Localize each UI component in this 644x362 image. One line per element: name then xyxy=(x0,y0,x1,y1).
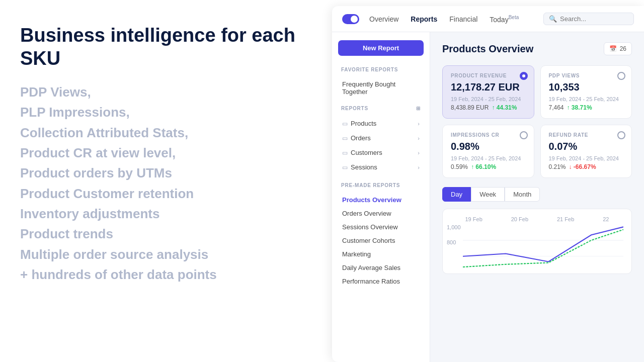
chart-area: 19 Feb20 Feb21 Feb22 1,000 800 xyxy=(442,209,632,274)
sidebar-item-label: Sessions xyxy=(351,163,377,171)
sidebar-premade-orders-overview[interactable]: Orders Overview xyxy=(338,207,424,220)
metric-card-refund-rate[interactable]: REFUND RATE 0.07% 19 Feb, 2024 - 25 Feb,… xyxy=(540,125,632,178)
sidebar-item-label: Customers xyxy=(351,149,382,156)
folder-icon: ▭ xyxy=(342,135,348,142)
chevron-down-icon: › xyxy=(418,121,420,127)
sidebar: New Report FAVORITE REPORTS Frequently B… xyxy=(332,32,430,362)
metric-value: 0.07% xyxy=(549,141,624,152)
sidebar-item-products[interactable]: ▭ Products › xyxy=(338,116,424,131)
metric-comparison: 7,464 ↑ 38.71% xyxy=(549,104,624,111)
folder-icon: ▭ xyxy=(342,164,348,171)
metrics-grid: PRODUCT REVENUE 12,178.27 EUR 19 Feb, 20… xyxy=(442,65,632,178)
metric-radio[interactable] xyxy=(520,72,528,80)
folder-add-icon[interactable]: ⊞ xyxy=(416,106,421,111)
metric-radio[interactable] xyxy=(617,72,625,80)
metric-prev-value: 0.59% xyxy=(451,163,468,170)
top-nav: Overview Reports Financial TodayBeta 🔍 xyxy=(332,6,644,32)
date-badge[interactable]: 📅 26 xyxy=(604,42,632,55)
sidebar-premade-items: Products OverviewOrders OverviewSessions… xyxy=(338,193,424,288)
metric-card-product-revenue[interactable]: PRODUCT REVENUE 12,178.27 EUR 19 Feb, 20… xyxy=(442,65,534,119)
metric-radio[interactable] xyxy=(520,131,528,139)
metric-label: PRODUCT REVENUE xyxy=(451,73,526,78)
folder-icon: ▭ xyxy=(342,120,348,127)
time-button-week[interactable]: Week xyxy=(471,187,505,202)
reports-section-label: REPORTS ⊞ xyxy=(338,102,424,113)
hero-list-item: Product Customer retention xyxy=(20,184,312,204)
sidebar-nav-items: ▭ Products › ▭ Orders › ▭ Customers › ▭ … xyxy=(338,116,424,174)
hero-list-item: Product trends xyxy=(20,224,312,244)
page-title: Products Overview xyxy=(442,43,533,55)
sidebar-nav-left: ▭ Products xyxy=(342,120,376,127)
premade-reports-label: PRE-MADE REPORTS xyxy=(338,177,424,190)
metric-prev-value: 0.21% xyxy=(549,163,566,170)
sidebar-nav-left: ▭ Orders xyxy=(342,134,371,142)
chevron-down-icon: › xyxy=(418,164,420,170)
hero-list-item: Product orders by UTMs xyxy=(20,163,312,183)
metric-change: ↓ -66.67% xyxy=(569,163,596,170)
sidebar-item-label: Products xyxy=(351,120,376,127)
sidebar-premade-products-overview[interactable]: Products Overview xyxy=(338,193,424,207)
metric-prev-value: 8,438.89 EUR xyxy=(451,104,489,111)
page-header: Products Overview 📅 26 xyxy=(442,42,632,55)
sidebar-premade-daily-average-sales[interactable]: Daily Average Sales xyxy=(338,261,424,275)
nav-financial[interactable]: Financial xyxy=(449,13,477,25)
metric-label: PDP VIEWS xyxy=(549,73,624,78)
metric-prev-value: 7,464 xyxy=(549,104,564,111)
y-label-800: 800 xyxy=(447,239,456,245)
metric-value: 10,353 xyxy=(549,81,624,93)
hero-list-item: Multiple order source analysis xyxy=(20,244,312,264)
metric-change: ↑ 66.10% xyxy=(471,163,496,170)
nav-toggle[interactable] xyxy=(342,14,359,24)
sidebar-item-frequently-bought[interactable]: Frequently Bought Together xyxy=(338,77,424,99)
favorite-reports-label: FAVORITE REPORTS xyxy=(338,63,424,74)
metric-card-impressions-cr[interactable]: IMPRESSIONS CR 0.98% 19 Feb, 2024 - 25 F… xyxy=(442,125,534,178)
chart-x-labels: 19 Feb20 Feb21 Feb22 xyxy=(451,216,623,222)
main-content: Products Overview 📅 26 PRODUCT REVENUE 1… xyxy=(430,32,644,362)
hero-list-item: Collection Attributed Stats, xyxy=(20,123,312,143)
search-icon: 🔍 xyxy=(549,15,557,23)
hero-list-item: PLP Impressions, xyxy=(20,102,312,122)
sidebar-premade-marketing[interactable]: Marketing xyxy=(338,247,424,261)
nav-overview[interactable]: Overview xyxy=(369,13,398,25)
calendar-icon: 📅 xyxy=(609,45,617,52)
sidebar-nav-left: ▭ Customers xyxy=(342,149,382,156)
metric-value: 0.98% xyxy=(451,141,526,152)
nav-items: Overview Reports Financial TodayBeta xyxy=(369,13,519,26)
metric-label: IMPRESSIONS CR xyxy=(451,132,526,138)
sidebar-item-customers[interactable]: ▭ Customers › xyxy=(338,145,424,160)
metric-value: 12,178.27 EUR xyxy=(451,81,526,93)
time-button-month[interactable]: Month xyxy=(505,187,540,202)
chart-x-label: 22 xyxy=(603,216,609,222)
chart-x-label: 21 Feb xyxy=(557,216,574,222)
sidebar-premade-performance-ratios[interactable]: Performance Ratios xyxy=(338,275,424,288)
search-input[interactable] xyxy=(560,15,628,23)
metric-change: ↑ 38.71% xyxy=(567,104,592,111)
hero-list-item: + hundreds of other data points xyxy=(20,264,312,285)
sidebar-item-orders[interactable]: ▭ Orders › xyxy=(338,131,424,145)
time-button-day[interactable]: Day xyxy=(442,187,471,202)
chart-x-label: 19 Feb xyxy=(465,216,482,222)
nav-reports[interactable]: Reports xyxy=(411,13,437,25)
hero-list-item: PDP Views, xyxy=(20,82,312,102)
hero-title: Business intelligence for each SKU xyxy=(20,24,312,70)
hero-list-item: Inventory adjustments xyxy=(20,204,312,224)
metric-change: ↑ 44.31% xyxy=(492,104,517,111)
sidebar-item-sessions[interactable]: ▭ Sessions › xyxy=(338,160,424,174)
sidebar-nav-left: ▭ Sessions xyxy=(342,163,377,171)
nav-today[interactable]: TodayBeta xyxy=(490,13,519,26)
app-body: New Report FAVORITE REPORTS Frequently B… xyxy=(332,32,644,362)
metric-radio[interactable] xyxy=(617,131,625,139)
sidebar-item-label: Orders xyxy=(351,134,371,142)
new-report-button[interactable]: New Report xyxy=(338,40,424,56)
chevron-down-icon: › xyxy=(418,150,420,156)
metric-date: 19 Feb, 2024 - 25 Feb, 2024 xyxy=(549,155,624,161)
metric-card-pdp-views[interactable]: PDP VIEWS 10,353 19 Feb, 2024 - 25 Feb, … xyxy=(540,65,632,119)
left-panel: Business intelligence for each SKU PDP V… xyxy=(0,0,332,362)
search-bar[interactable]: 🔍 xyxy=(543,13,634,25)
metric-date: 19 Feb, 2024 - 25 Feb, 2024 xyxy=(451,96,526,102)
sidebar-premade-sessions-overview[interactable]: Sessions Overview xyxy=(338,220,424,234)
sidebar-premade-customer-cohorts[interactable]: Customer Cohorts xyxy=(338,234,424,247)
y-label-1000: 1,000 xyxy=(447,224,461,230)
metric-comparison: 0.21% ↓ -66.67% xyxy=(549,163,624,170)
right-panel: Overview Reports Financial TodayBeta 🔍 N… xyxy=(332,6,644,362)
